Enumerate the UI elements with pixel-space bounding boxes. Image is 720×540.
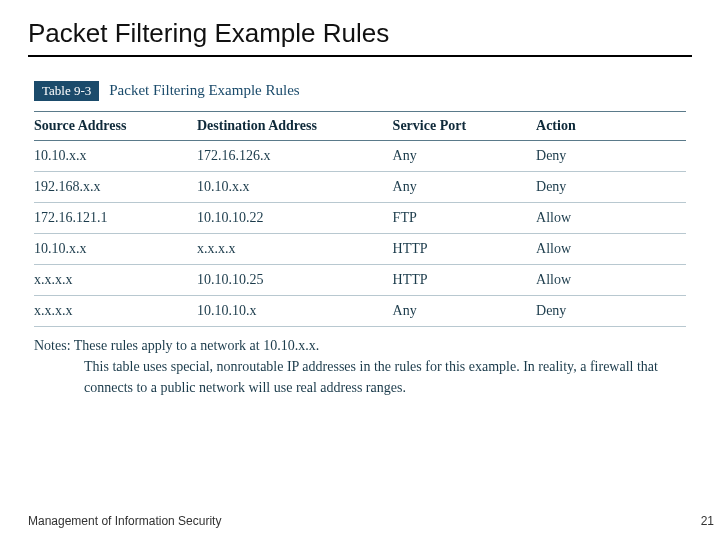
rules-table: Source Address Destination Address Servi… <box>34 111 686 327</box>
table-header-row: Table 9-3 Packet Filtering Example Rules <box>34 81 686 101</box>
cell-source: 10.10.x.x <box>34 234 197 265</box>
notes-line1: These rules apply to a network at 10.10.… <box>74 338 319 353</box>
cell-dest: 10.10.10.x <box>197 296 393 327</box>
cell-action: Allow <box>536 203 686 234</box>
cell-port: Any <box>393 141 536 172</box>
table-wrap: Table 9-3 Packet Filtering Example Rules… <box>28 81 692 398</box>
cell-action: Allow <box>536 234 686 265</box>
table-row: 10.10.x.x x.x.x.x HTTP Allow <box>34 234 686 265</box>
cell-source: x.x.x.x <box>34 265 197 296</box>
cell-action: Deny <box>536 141 686 172</box>
title-divider <box>28 55 692 57</box>
notes-label: Notes: <box>34 335 71 356</box>
cell-dest: x.x.x.x <box>197 234 393 265</box>
cell-dest: 10.10.10.25 <box>197 265 393 296</box>
table-row: 192.168.x.x 10.10.x.x Any Deny <box>34 172 686 203</box>
notes-rest: This table uses special, nonroutable IP … <box>34 356 686 398</box>
cell-dest: 10.10.x.x <box>197 172 393 203</box>
col-dest: Destination Address <box>197 112 393 141</box>
col-action: Action <box>536 112 686 141</box>
table-row: x.x.x.x 10.10.10.25 HTTP Allow <box>34 265 686 296</box>
cell-port: FTP <box>393 203 536 234</box>
cell-port: Any <box>393 172 536 203</box>
cell-source: 172.16.121.1 <box>34 203 197 234</box>
cell-source: 10.10.x.x <box>34 141 197 172</box>
table-header: Source Address Destination Address Servi… <box>34 112 686 141</box>
table-row: 172.16.121.1 10.10.10.22 FTP Allow <box>34 203 686 234</box>
cell-action: Deny <box>536 172 686 203</box>
cell-dest: 10.10.10.22 <box>197 203 393 234</box>
footer-text: Management of Information Security <box>28 514 221 528</box>
slide-footer: Management of Information Security 21 <box>28 514 720 528</box>
cell-action: Allow <box>536 265 686 296</box>
cell-action: Deny <box>536 296 686 327</box>
col-source: Source Address <box>34 112 197 141</box>
cell-source: 192.168.x.x <box>34 172 197 203</box>
page-number: 21 <box>701 514 720 528</box>
table-badge: Table 9-3 <box>34 81 99 101</box>
cell-port: Any <box>393 296 536 327</box>
cell-port: HTTP <box>393 234 536 265</box>
cell-source: x.x.x.x <box>34 296 197 327</box>
cell-dest: 172.16.126.x <box>197 141 393 172</box>
cell-port: HTTP <box>393 265 536 296</box>
table-row: 10.10.x.x 172.16.126.x Any Deny <box>34 141 686 172</box>
table-row: x.x.x.x 10.10.10.x Any Deny <box>34 296 686 327</box>
col-port: Service Port <box>393 112 536 141</box>
table-notes: Notes: These rules apply to a network at… <box>34 335 686 398</box>
slide-title: Packet Filtering Example Rules <box>28 18 692 49</box>
table-caption: Packet Filtering Example Rules <box>109 82 299 99</box>
